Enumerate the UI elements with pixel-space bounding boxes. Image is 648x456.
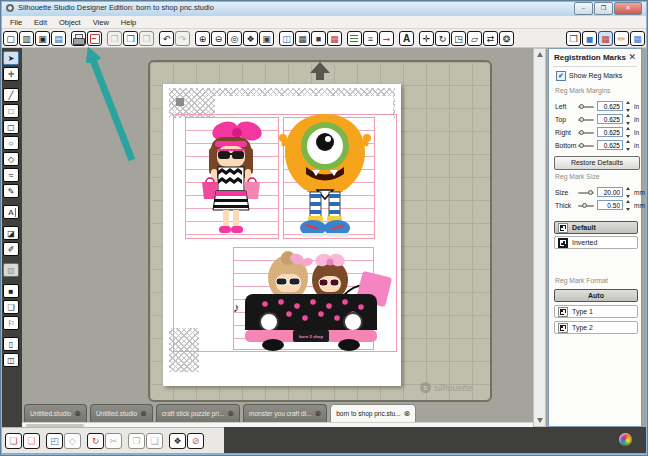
right-margin-spinner[interactable] <box>625 127 632 138</box>
tab-close-icon[interactable]: ⊗ <box>315 410 322 418</box>
slider-handle[interactable] <box>579 104 584 109</box>
move-icon[interactable]: ✛ <box>419 31 434 46</box>
polygon-tool[interactable]: ◇ <box>3 152 19 166</box>
canvas-area[interactable]: ♪ ♫ ♪ <box>22 48 533 427</box>
menu-view[interactable]: View <box>87 18 115 27</box>
mirror-copy-icon[interactable]: ❑ <box>146 433 163 449</box>
tab-born-to-shop[interactable]: born to shop pnc.stu... ⊗ <box>330 404 416 422</box>
tab-untitled-1[interactable]: Untitled.studio ⊗ <box>24 404 87 422</box>
style-option-inverted[interactable]: Inverted <box>554 236 638 249</box>
vertical-scrollbar[interactable] <box>533 48 546 427</box>
menu-help[interactable]: Help <box>115 18 142 27</box>
text-tool-icon[interactable]: A <box>399 31 414 46</box>
free-rotate-icon[interactable]: ↻ <box>87 433 104 449</box>
trace-icon[interactable]: ◼ <box>582 31 597 46</box>
rounded-rectangle-tool[interactable]: ▢ <box>3 120 19 134</box>
slider-handle[interactable] <box>588 190 593 195</box>
tab-close-icon[interactable]: ⊗ <box>140 410 147 418</box>
size-slider[interactable] <box>578 192 594 194</box>
slider-handle[interactable] <box>579 143 584 148</box>
style-option-default[interactable]: Default <box>554 221 638 234</box>
print-icon[interactable] <box>71 31 86 46</box>
bottom-margin-slider[interactable] <box>578 145 594 147</box>
restore-defaults-button[interactable]: Restore Defaults <box>554 156 640 170</box>
tab-close-icon[interactable]: ⊗ <box>404 410 411 418</box>
size-spinner[interactable] <box>625 187 632 198</box>
zoom-in-icon[interactable]: ⊕ <box>195 31 210 46</box>
menu-edit[interactable]: Edit <box>28 18 53 27</box>
rectangle-tool[interactable]: □ <box>3 104 19 118</box>
tab-untitled-2[interactable]: Untitled.studio ⊗ <box>90 404 153 422</box>
flag-tool[interactable]: ⚐ <box>3 316 19 330</box>
top-margin-slider[interactable] <box>578 119 594 121</box>
bottom-margin-spinner[interactable] <box>625 140 632 151</box>
cut-path-icon[interactable]: ✂ <box>105 433 122 449</box>
panel-close-icon[interactable]: ✕ <box>628 52 636 62</box>
show-grid-icon[interactable]: ▦ <box>295 31 310 46</box>
redo-icon[interactable]: ↷ <box>175 31 190 46</box>
duplicate-icon[interactable]: ❐ <box>128 433 145 449</box>
notes-tool[interactable]: ❑ <box>3 300 19 314</box>
thick-slider[interactable] <box>578 205 594 207</box>
shear-icon[interactable]: ▱ <box>467 31 482 46</box>
sketch-pens-icon[interactable]: ✏ <box>614 31 629 46</box>
tab-close-icon[interactable]: ⊗ <box>74 410 81 418</box>
left-margin-slider[interactable] <box>578 106 594 108</box>
left-margin-spinner[interactable] <box>625 101 632 112</box>
design-page-settings-icon[interactable]: ◫ <box>279 31 294 46</box>
open-library-icon[interactable]: ❒ <box>566 31 581 46</box>
line-weight-icon[interactable]: ➞ <box>379 31 394 46</box>
menu-file[interactable]: File <box>4 18 28 27</box>
thick-input[interactable] <box>597 200 623 210</box>
line-color-icon[interactable] <box>347 31 362 46</box>
copy-icon[interactable]: ❐ <box>107 31 122 46</box>
slider-handle[interactable] <box>579 130 584 135</box>
clipart-car-girls[interactable]: ♪ ♫ ♪ <box>231 250 399 352</box>
minimize-button[interactable]: – <box>574 2 593 15</box>
size-input[interactable] <box>597 187 623 197</box>
pixscan-icon[interactable]: ▦ <box>630 31 645 46</box>
zoom-out-icon[interactable]: ⊖ <box>211 31 226 46</box>
curve-tool[interactable]: ≈ <box>3 168 19 182</box>
tab-craft-stick-puzzle[interactable]: craft stick puzzle pri... ⊗ <box>156 404 240 422</box>
select-all-icon[interactable]: ❏ <box>5 433 22 449</box>
scale-icon[interactable]: ◳ <box>451 31 466 46</box>
tab-close-icon[interactable]: ⊗ <box>227 410 234 418</box>
send-to-silhouette-icon[interactable] <box>87 31 102 46</box>
design-page[interactable]: ♪ ♫ ♪ <box>163 84 401 386</box>
save-icon[interactable]: ▣ <box>35 31 50 46</box>
line-tool[interactable]: ╱ <box>3 88 19 102</box>
pan-icon[interactable]: ❖ <box>243 31 258 46</box>
scroll-down-icon[interactable] <box>537 418 543 423</box>
save-to-library-icon[interactable]: ▤ <box>51 31 66 46</box>
zoom-selection-icon[interactable]: ◎ <box>227 31 242 46</box>
mirror-icon[interactable]: ⇄ <box>483 31 498 46</box>
paste-in-front-icon[interactable]: ❐ <box>139 31 154 46</box>
ellipse-tool[interactable]: ○ <box>3 136 19 150</box>
right-margin-slider[interactable] <box>578 132 594 134</box>
maximize-button[interactable]: ❐ <box>594 2 613 15</box>
slider-handle[interactable] <box>579 117 584 122</box>
new-document-icon[interactable]: ▢ <box>3 31 18 46</box>
deselect-all-icon[interactable]: ❏ <box>23 433 40 449</box>
format-option-type1[interactable]: Type 1 <box>554 305 638 318</box>
menu-object[interactable]: Object <box>53 18 87 27</box>
clipart-shopping-girl[interactable] <box>196 120 266 236</box>
right-margin-input[interactable] <box>597 127 623 137</box>
lasso-select-icon[interactable]: ◇ <box>64 433 81 449</box>
thick-spinner[interactable] <box>625 200 632 211</box>
paste-icon[interactable]: ❒ <box>123 31 138 46</box>
scroll-up-icon[interactable] <box>537 52 543 57</box>
close-button[interactable]: ✕ <box>614 2 642 15</box>
page-view-tool[interactable]: ▯ <box>3 337 19 351</box>
top-margin-spinner[interactable] <box>625 114 632 125</box>
undo-icon[interactable]: ↶ <box>159 31 174 46</box>
edit-points-tool[interactable]: ✛ <box>3 67 19 81</box>
line-style-icon[interactable]: ≡ <box>363 31 378 46</box>
clipart-monster[interactable] <box>279 112 371 240</box>
format-option-type2[interactable]: Type 2 <box>554 321 638 334</box>
tab-monster-craft[interactable]: monster you craft di... ⊗ <box>243 404 327 422</box>
bottom-margin-input[interactable] <box>597 140 623 150</box>
eraser-tool[interactable]: ◪ <box>3 226 19 240</box>
format-option-auto[interactable]: Auto <box>554 289 638 302</box>
